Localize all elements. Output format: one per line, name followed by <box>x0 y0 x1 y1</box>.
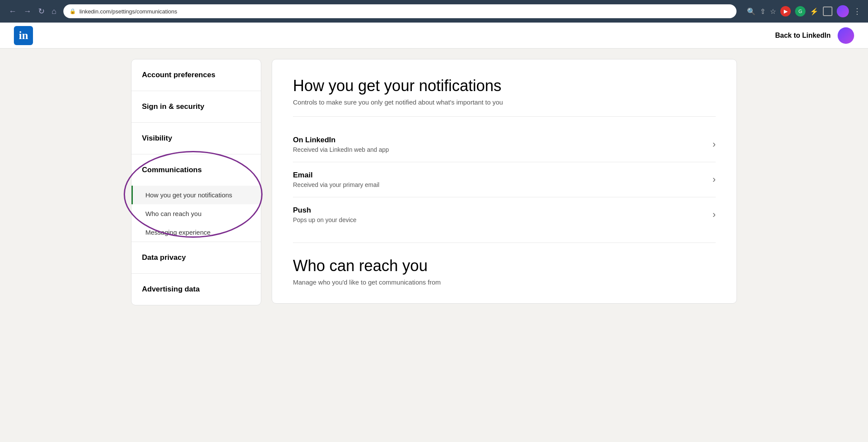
communications-section: Communications How you get your notifica… <box>132 154 261 242</box>
email-text: Email Received via your primary email <box>293 171 379 188</box>
linkedin-logo[interactable]: in <box>14 26 33 45</box>
back-to-linkedin-button[interactable]: Back to LinkedIn <box>775 32 831 39</box>
header-right: Back to LinkedIn <box>775 27 854 44</box>
on-linkedin-text: On LinkedIn Received via LinkedIn web an… <box>293 136 389 153</box>
push-title: Push <box>293 206 356 215</box>
sidebar-item-how-you-get-notifications[interactable]: How you get your notifications <box>132 186 261 204</box>
sidebar-item-who-can-reach-you[interactable]: Who can reach you <box>132 204 261 223</box>
push-text: Push Pops up on your device <box>293 206 356 223</box>
home-button[interactable]: ⌂ <box>50 5 58 18</box>
linkedin-header: in Back to LinkedIn <box>0 23 868 49</box>
back-button[interactable]: ← <box>7 5 18 18</box>
browser-chrome: ← → ↻ ⌂ 🔒 linkedin.com/psettings/communi… <box>0 0 868 23</box>
extensions-icon[interactable]: ⚡ <box>810 7 819 16</box>
grammarly-extension[interactable]: G <box>795 6 806 16</box>
data-privacy-section: Data privacy <box>132 242 261 274</box>
address-bar[interactable]: 🔒 linkedin.com/psettings/communications <box>63 4 736 18</box>
account-preferences-section: Account preferences <box>132 59 261 91</box>
sidebar: Account preferences Sign in & security V… <box>131 59 261 305</box>
url-text: linkedin.com/psettings/communications <box>79 8 177 15</box>
youtube-extension[interactable]: ▶ <box>780 6 791 16</box>
email-item[interactable]: Email Received via your primary email › <box>293 162 716 197</box>
bookmark-icon[interactable]: ☆ <box>770 7 776 16</box>
push-desc: Pops up on your device <box>293 216 356 223</box>
email-title: Email <box>293 171 379 180</box>
on-linkedin-desc: Received via LinkedIn web and app <box>293 146 389 153</box>
advertising-data-section: Advertising data <box>132 274 261 305</box>
push-item[interactable]: Push Pops up on your device › <box>293 197 716 232</box>
email-chevron: › <box>713 174 716 185</box>
visibility-section: Visibility <box>132 123 261 154</box>
on-linkedin-title: On LinkedIn <box>293 136 389 144</box>
section2-subtitle: Manage who you'd like to get communicati… <box>293 278 716 286</box>
share-icon[interactable]: ⇧ <box>760 7 766 16</box>
sign-in-security-section: Sign in & security <box>132 91 261 123</box>
divider-2 <box>293 242 716 243</box>
forward-button[interactable]: → <box>22 5 33 18</box>
section1-subtitle: Controls to make sure you only get notif… <box>293 98 716 106</box>
on-linkedin-item[interactable]: On LinkedIn Received via LinkedIn web an… <box>293 127 716 162</box>
search-icon[interactable]: 🔍 <box>747 7 756 16</box>
divider-1 <box>293 116 716 117</box>
push-chevron: › <box>713 209 716 220</box>
sidebar-item-advertising-data[interactable]: Advertising data <box>132 274 261 305</box>
sidebar-item-messaging-experience[interactable]: Messaging experience <box>132 223 261 242</box>
browser-actions: 🔍 ⇧ ☆ ▶ G ⚡ ⋮ <box>747 5 861 17</box>
sidebar-item-data-privacy[interactable]: Data privacy <box>132 242 261 273</box>
sidebar-item-account-preferences[interactable]: Account preferences <box>132 59 261 91</box>
profile-avatar[interactable] <box>838 27 854 44</box>
main-container: Account preferences Sign in & security V… <box>117 59 751 305</box>
sidebar-item-visibility[interactable]: Visibility <box>132 123 261 154</box>
lock-icon: 🔒 <box>69 8 76 14</box>
on-linkedin-chevron: › <box>713 139 716 150</box>
email-desc: Received via your primary email <box>293 181 379 188</box>
chrome-profile-avatar[interactable] <box>837 5 849 17</box>
reload-button[interactable]: ↻ <box>36 5 46 18</box>
section1-title: How you get your notifications <box>293 77 716 95</box>
sidebar-item-sign-in-security[interactable]: Sign in & security <box>132 91 261 122</box>
content-area: How you get your notifications Controls … <box>272 59 737 304</box>
section2-title: Who can reach you <box>293 257 716 275</box>
browser-nav-buttons: ← → ↻ ⌂ <box>7 5 58 18</box>
sidebar-item-communications[interactable]: Communications <box>132 154 261 186</box>
browser-menu-icon[interactable]: ⋮ <box>853 7 861 16</box>
cast-icon[interactable] <box>823 7 832 16</box>
